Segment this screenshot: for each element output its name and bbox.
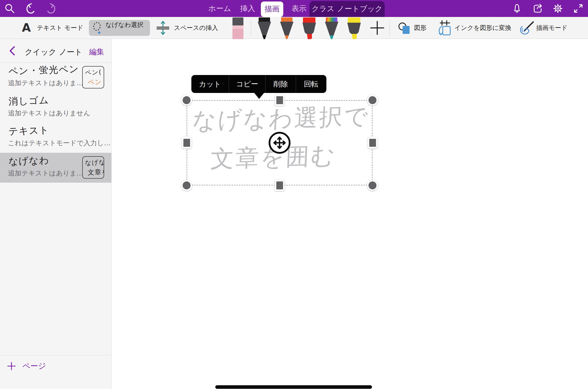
- toolbar-divider: [389, 20, 390, 35]
- resize-handle-right[interactable]: [368, 137, 377, 149]
- lasso-icon: [92, 22, 103, 34]
- resize-handle-top[interactable]: [275, 94, 285, 106]
- context-menu-copy[interactable]: コピー: [229, 75, 265, 93]
- page-title-ink: ペン・蛍光ペン: [8, 63, 79, 78]
- tab-class-notebook[interactable]: クラス ノートブック: [309, 1, 385, 17]
- fullscreen-expand-icon[interactable]: [573, 3, 584, 14]
- page-title-ink: テキスト: [8, 124, 49, 138]
- notifications-bell-icon[interactable]: [511, 3, 523, 14]
- pen-orange-tool[interactable]: [280, 17, 294, 41]
- thumbnail-ink-line: 文章を: [87, 167, 104, 177]
- sidebar-divider: [0, 355, 112, 355]
- add-page-button[interactable]: ページ: [7, 361, 46, 371]
- thumbnail-ink-line: なげな: [85, 158, 104, 167]
- thumbnail-ink-line: ペン(: [85, 68, 102, 77]
- highlighter-red-tool[interactable]: [302, 17, 316, 41]
- share-icon[interactable]: [532, 3, 543, 14]
- settings-gear-icon[interactable]: [552, 3, 564, 14]
- draw-toolbar: A テキスト モード なげなわ選択 スペースの挿入: [0, 17, 588, 39]
- ink-to-shape-icon[interactable]: [437, 20, 452, 36]
- move-selection-handle[interactable]: [269, 132, 291, 154]
- context-menu-cut[interactable]: カット: [191, 75, 229, 93]
- add-pen-plus-icon[interactable]: [370, 20, 384, 35]
- tab-draw[interactable]: 描画: [261, 1, 283, 17]
- page-subtitle: これはテキストモードで入力し…: [8, 139, 111, 148]
- resize-handle-left[interactable]: [182, 137, 192, 149]
- insert-space-button[interactable]: スペースの挿入: [174, 17, 218, 39]
- home-indicator-bar[interactable]: [215, 385, 372, 389]
- draw-mode-button[interactable]: 描画モード: [536, 17, 568, 39]
- note-canvas[interactable]: [112, 39, 588, 389]
- resize-handle-bottom[interactable]: [275, 180, 285, 191]
- page-title-ink: 消しゴム: [8, 94, 49, 108]
- shapes-button[interactable]: 図形: [414, 17, 427, 39]
- context-menu-rotate[interactable]: 回転: [296, 75, 326, 93]
- page-list-item-text[interactable]: テキスト これはテキストモードで入力し…: [0, 123, 111, 153]
- page-thumbnail: ペン( ペン: [82, 66, 104, 88]
- tab-view[interactable]: 表示: [287, 0, 311, 17]
- pen-black-tool[interactable]: [257, 17, 272, 41]
- notebook-section-title: クイック ノート: [24, 47, 83, 57]
- page-thumbnail: なげな 文章を: [82, 156, 104, 179]
- thumbnail-ink-line: ペン: [87, 78, 102, 87]
- page-subtitle: 追加テキストはありません: [8, 109, 90, 118]
- shapes-icon[interactable]: [398, 21, 412, 35]
- page-subtitle: 追加テキストはありま…: [8, 78, 83, 87]
- page-list-sidebar: クイック ノート 編集 ペン・蛍光ペン 追加テキストはありま… ペン( ペン 消…: [0, 39, 112, 389]
- top-app-bar: ホーム 挿入 描画 表示 クラス ノートブック: [0, 0, 588, 17]
- selection-context-menu: カット コピー 削除 回転: [191, 75, 326, 93]
- insert-space-icon[interactable]: [156, 20, 170, 35]
- text-mode-icon: A: [22, 21, 31, 34]
- onenote-app-window: ホーム 挿入 描画 表示 クラス ノートブック: [0, 0, 588, 389]
- page-list-item-lasso[interactable]: なげなわ 追加テキストはありま… なげな 文章を: [0, 153, 111, 183]
- pen-rainbow-tool[interactable]: [324, 17, 339, 41]
- resize-handle-bottom-right[interactable]: [367, 180, 378, 191]
- edit-button[interactable]: 編集: [89, 47, 104, 57]
- eraser-tool[interactable]: [231, 17, 245, 41]
- back-chevron-icon[interactable]: [9, 46, 15, 56]
- context-menu-delete[interactable]: 削除: [266, 75, 296, 93]
- page-subtitle: 追加テキストはありま…: [8, 169, 83, 178]
- context-menu-pointer: [254, 92, 264, 99]
- redo-icon[interactable]: [45, 3, 57, 14]
- lasso-select-label: なげなわ選択: [105, 17, 143, 39]
- toolbar-divider: [251, 20, 251, 35]
- resize-handle-top-left[interactable]: [181, 95, 192, 106]
- page-title-ink: なげなわ: [8, 154, 49, 168]
- plus-icon: [7, 362, 16, 371]
- page-list-item-pen[interactable]: ペン・蛍光ペン 追加テキストはありま… ペン( ペン: [0, 63, 111, 92]
- page-list-item-eraser[interactable]: 消しゴム 追加テキストはありません: [0, 93, 111, 123]
- ink-to-shape-button[interactable]: インクを図形に変換: [454, 17, 511, 39]
- resize-handle-bottom-left[interactable]: [181, 180, 192, 191]
- undo-icon[interactable]: [25, 3, 36, 14]
- tab-insert[interactable]: 挿入: [236, 0, 260, 17]
- text-mode-button[interactable]: テキスト モード: [37, 17, 83, 39]
- draw-mode-hand-icon[interactable]: [519, 21, 535, 35]
- move-arrows-icon: [272, 136, 287, 150]
- add-page-label: ページ: [22, 361, 46, 371]
- search-icon[interactable]: [4, 3, 15, 14]
- highlighter-yellow-tool[interactable]: [347, 17, 361, 41]
- resize-handle-top-right[interactable]: [367, 95, 378, 106]
- lasso-select-button[interactable]: なげなわ選択: [89, 20, 150, 36]
- tab-home[interactable]: ホーム: [206, 0, 234, 17]
